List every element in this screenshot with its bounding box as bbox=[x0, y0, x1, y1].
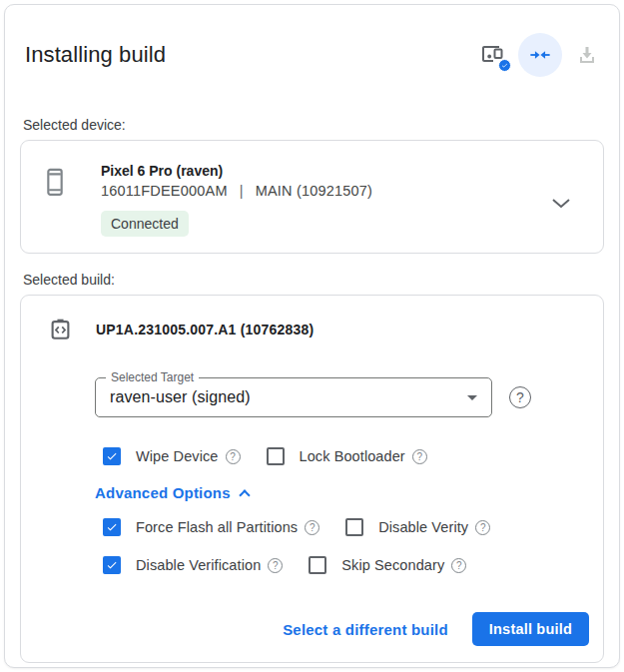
install-build-button[interactable]: Install build bbox=[472, 612, 589, 646]
checkbox-row-advanced-1: Force Flash all Partitions Disable Verit… bbox=[103, 518, 603, 536]
connect-arrows-glyph bbox=[529, 44, 551, 66]
meta-separator: | bbox=[240, 183, 244, 199]
advanced-options-toggle[interactable]: Advanced Options bbox=[95, 484, 603, 501]
help-icon[interactable] bbox=[226, 449, 241, 464]
select-dropdown-arrow-icon bbox=[467, 395, 477, 400]
checkbox-skip-secondary[interactable]: Skip Secondary bbox=[309, 556, 466, 574]
checkbox-box[interactable] bbox=[345, 518, 363, 536]
checkbox-force-flash[interactable]: Force Flash all Partitions bbox=[103, 518, 319, 536]
chevron-up-icon bbox=[239, 489, 250, 500]
device-info: Pixel 6 Pro (raven) 16011FDEE000AM|MAIN … bbox=[101, 163, 372, 237]
chevron-down-icon[interactable] bbox=[551, 163, 603, 213]
actions-row: Select a different build Install build bbox=[21, 612, 603, 646]
help-icon[interactable] bbox=[475, 520, 490, 535]
checkbox-row-advanced-2: Disable Verification Skip Secondary bbox=[103, 556, 603, 574]
checkbox-disable-verification[interactable]: Disable Verification bbox=[103, 556, 283, 574]
checkbox-box[interactable] bbox=[309, 556, 326, 574]
build-card: UP1A.231005.007.A1 (10762838) Selected T… bbox=[20, 295, 604, 663]
target-form: Selected Target raven-user (signed) bbox=[95, 377, 603, 417]
status-badge: Connected bbox=[101, 211, 189, 237]
build-section-label: Selected build: bbox=[23, 272, 604, 288]
device-card: Pixel 6 Pro (raven) 16011FDEE000AM|MAIN … bbox=[20, 140, 604, 254]
build-name: UP1A.231005.007.A1 (10762838) bbox=[96, 322, 313, 337]
device-meta: 16011FDEE000AM|MAIN (10921507) bbox=[101, 183, 372, 199]
selected-target-select[interactable]: Selected Target raven-user (signed) bbox=[95, 377, 492, 417]
build-code-icon bbox=[50, 318, 71, 341]
device-branch: MAIN (10921507) bbox=[256, 183, 372, 199]
checkbox-box[interactable] bbox=[103, 556, 121, 574]
download-glyph bbox=[575, 43, 599, 67]
phone-icon bbox=[45, 166, 65, 206]
connected-device-icon[interactable] bbox=[476, 38, 510, 72]
target-help-icon[interactable] bbox=[509, 386, 531, 408]
build-section: Selected build: UP1A.231005.007.A1 (1076… bbox=[20, 272, 604, 663]
selected-target-label: Selected Target bbox=[106, 370, 199, 384]
build-head: UP1A.231005.007.A1 (10762838) bbox=[21, 318, 603, 341]
checkbox-wipe-device[interactable]: Wipe Device bbox=[103, 447, 241, 465]
download-icon[interactable] bbox=[570, 38, 604, 72]
installing-build-dialog: Installing build bbox=[4, 4, 620, 668]
selected-target-value: raven-user (signed) bbox=[110, 388, 251, 406]
help-icon[interactable] bbox=[268, 558, 283, 573]
checkbox-box[interactable] bbox=[103, 447, 121, 465]
device-serial: 16011FDEE000AM bbox=[101, 183, 228, 199]
help-icon[interactable] bbox=[305, 520, 319, 535]
checkbox-lock-bootloader[interactable]: Lock Bootloader bbox=[267, 447, 427, 465]
checkbox-box[interactable] bbox=[103, 518, 121, 536]
header: Installing build bbox=[20, 33, 604, 77]
device-section: Selected device: Pixel 6 Pro (raven) 160… bbox=[20, 117, 604, 254]
header-icons bbox=[476, 33, 604, 77]
device-name: Pixel 6 Pro (raven) bbox=[101, 163, 372, 179]
page-title: Installing build bbox=[20, 42, 166, 68]
device-section-label: Selected device: bbox=[23, 117, 604, 133]
checkbox-disable-verity[interactable]: Disable Verity bbox=[345, 518, 490, 536]
help-icon[interactable] bbox=[451, 558, 466, 573]
check-badge-icon bbox=[498, 59, 511, 72]
checkbox-row-basic: Wipe Device Lock Bootloader bbox=[103, 447, 603, 465]
checkbox-box[interactable] bbox=[267, 447, 285, 465]
connect-arrows-icon[interactable] bbox=[518, 33, 562, 77]
help-icon[interactable] bbox=[412, 449, 427, 464]
select-different-build-button[interactable]: Select a different build bbox=[283, 621, 448, 638]
